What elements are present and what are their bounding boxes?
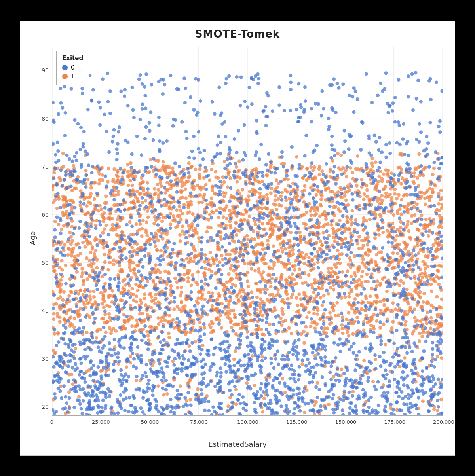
legend-title: Exited: [62, 55, 83, 62]
x-ticks: 025,00050,00075,000100,000125,000150,000…: [52, 416, 443, 455]
legend-label-0: 0: [71, 64, 75, 71]
x-tick-200000: 200,000: [433, 419, 454, 425]
x-tick-75000: 75,000: [190, 419, 208, 425]
legend-label-1: 1: [71, 73, 75, 80]
legend-dot-1: [62, 74, 68, 79]
y-tick-20: 20: [42, 404, 49, 410]
scatter-plot: [52, 47, 443, 415]
x-tick-25000: 25,000: [92, 419, 110, 425]
legend-item-1: 1: [62, 73, 83, 80]
legend-box: Exited 0 1: [56, 51, 89, 85]
legend-item-0: 0: [62, 64, 83, 71]
chart-title: SMOTE-Tomek: [20, 21, 455, 40]
x-tick-150000: 150,000: [335, 419, 357, 425]
x-tick-100000: 100,000: [237, 419, 258, 425]
chart-container: SMOTE-Tomek Age EstimatedSalary Exited 0…: [20, 21, 455, 456]
x-tick-50000: 50,000: [141, 419, 159, 425]
y-tick-80: 80: [42, 116, 49, 122]
chart-area: Exited 0 1: [52, 47, 443, 416]
y-tick-60: 60: [42, 212, 49, 218]
y-tick-70: 70: [42, 163, 49, 170]
x-tick-0: 0: [50, 419, 53, 425]
x-tick-175000: 175,000: [384, 419, 405, 425]
y-ticks: 2030405060708090: [20, 47, 52, 416]
y-tick-50: 50: [42, 260, 49, 266]
y-tick-30: 30: [42, 356, 49, 362]
x-tick-125000: 125,000: [286, 419, 308, 425]
legend-dot-0: [62, 65, 68, 70]
y-tick-40: 40: [42, 307, 49, 314]
y-tick-90: 90: [42, 67, 49, 74]
